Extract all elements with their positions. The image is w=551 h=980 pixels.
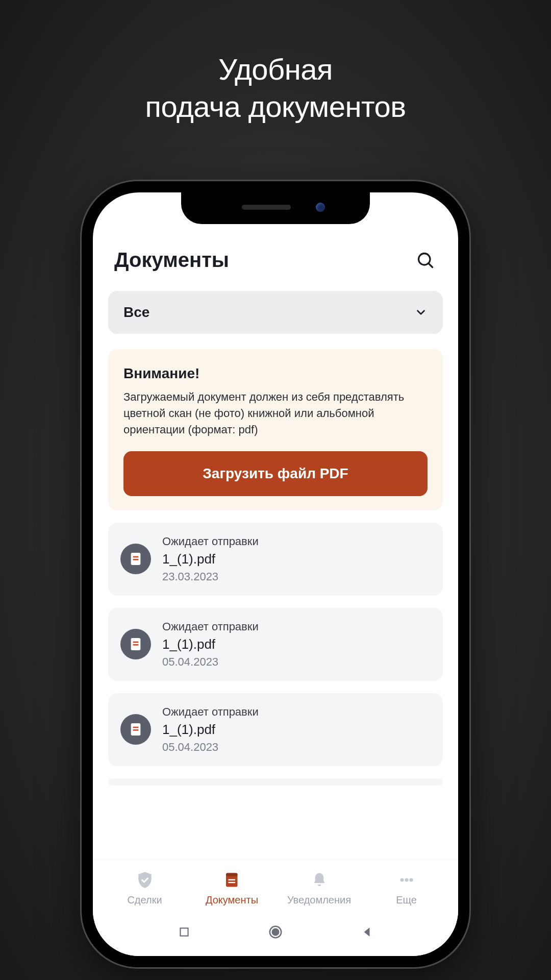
upload-notice-card: Внимание! Загружаемый документ должен из… (108, 349, 443, 510)
svg-rect-10 (133, 729, 139, 731)
document-icon (120, 629, 151, 659)
document-filename: 1_(1).pdf (162, 722, 259, 738)
content-scroll[interactable]: Все Внимание! Загружаемый документ долже… (93, 284, 458, 859)
tab-label: Сделки (127, 894, 162, 906)
phone-volume-down (78, 426, 82, 482)
svg-rect-7 (133, 644, 139, 646)
svg-rect-18 (180, 928, 188, 936)
svg-line-1 (429, 263, 433, 267)
tab-documents[interactable]: Документы (191, 870, 273, 906)
document-card-peek[interactable] (108, 778, 443, 786)
document-filename: 1_(1).pdf (162, 551, 259, 567)
android-back-button[interactable] (360, 925, 373, 939)
tab-label: Еще (396, 894, 417, 906)
book-icon (222, 870, 242, 890)
android-nav-bar (93, 913, 458, 956)
upload-pdf-button[interactable]: Загрузить файл PDF (123, 451, 428, 496)
search-button[interactable] (414, 249, 437, 272)
promo-line-2: подача документов (145, 90, 406, 123)
document-date: 05.04.2023 (162, 741, 259, 754)
document-info: Ожидает отправки 1_(1).pdf 05.04.2023 (162, 705, 259, 754)
android-home-button[interactable] (268, 924, 283, 940)
tab-label: Уведомления (287, 894, 351, 906)
more-dots-icon (396, 870, 417, 890)
svg-rect-3 (133, 556, 139, 558)
notice-body: Загружаемый документ должен из себя пред… (123, 389, 428, 438)
svg-rect-4 (133, 559, 139, 560)
bell-icon (309, 870, 330, 890)
document-card[interactable]: Ожидает отправки 1_(1).pdf 23.03.2023 (108, 523, 443, 596)
tab-label: Документы (206, 894, 258, 906)
svg-rect-14 (228, 882, 235, 883)
tab-deals[interactable]: Сделки (104, 870, 186, 906)
document-date: 23.03.2023 (162, 570, 259, 583)
document-status: Ожидает отправки (162, 535, 259, 548)
document-info: Ожидает отправки 1_(1).pdf 23.03.2023 (162, 535, 259, 583)
chevron-down-icon (414, 306, 428, 319)
phone-volume-up (78, 355, 82, 411)
app-header: Документы (93, 238, 458, 284)
svg-rect-12 (226, 873, 238, 876)
svg-rect-13 (228, 879, 235, 880)
phone-mockup: Документы Все Вним (82, 181, 469, 967)
search-icon (416, 251, 435, 270)
tab-notifications[interactable]: Уведомления (279, 870, 360, 906)
document-status: Ожидает отправки (162, 620, 259, 633)
svg-point-15 (400, 878, 404, 881)
svg-rect-6 (133, 642, 139, 643)
document-icon (120, 714, 151, 745)
document-card[interactable]: Ожидает отправки 1_(1).pdf 05.04.2023 (108, 608, 443, 681)
shield-check-icon (135, 870, 155, 890)
bottom-tabbar: Сделки Документы (93, 859, 458, 913)
tab-more[interactable]: Еще (366, 870, 447, 906)
phone-frame: Документы Все Вним (82, 181, 469, 967)
file-icon (128, 551, 144, 567)
document-filename: 1_(1).pdf (162, 636, 259, 652)
document-status: Ожидает отправки (162, 705, 259, 719)
file-icon (128, 721, 144, 738)
phone-screen: Документы Все Вним (93, 192, 458, 956)
phone-mute-switch (78, 304, 82, 332)
android-recent-button[interactable] (178, 925, 191, 939)
phone-power-button (469, 375, 473, 462)
document-card[interactable]: Ожидает отправки 1_(1).pdf 05.04.2023 (108, 693, 443, 766)
svg-rect-9 (133, 727, 139, 728)
file-icon (128, 636, 144, 652)
svg-point-17 (409, 878, 413, 881)
document-date: 05.04.2023 (162, 655, 259, 669)
document-info: Ожидает отправки 1_(1).pdf 05.04.2023 (162, 620, 259, 669)
promo-headline: Удобная подача документов (145, 51, 406, 125)
app-root: Документы Все Вним (93, 192, 458, 956)
svg-point-16 (405, 878, 408, 881)
phone-notch (181, 192, 370, 224)
promo-line-1: Удобная (218, 53, 333, 86)
page-title: Документы (114, 249, 229, 272)
notice-title: Внимание! (123, 365, 428, 382)
filter-dropdown[interactable]: Все (108, 291, 443, 334)
svg-point-20 (272, 929, 279, 936)
document-icon (120, 544, 151, 574)
filter-selected-label: Все (123, 304, 149, 321)
